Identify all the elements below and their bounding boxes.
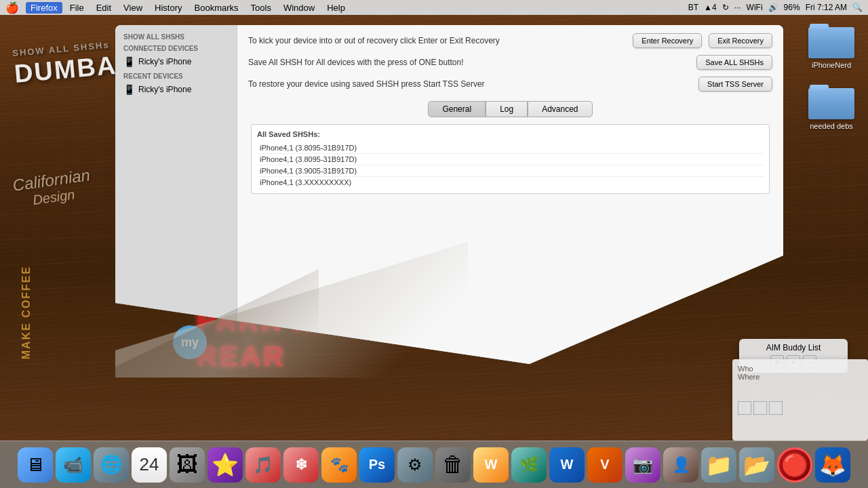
app-panel: SHOW ALL SHSHs CONNECTED DEVICES 📱 Ricky… xyxy=(115,25,783,378)
tab-general[interactable]: General xyxy=(428,101,486,117)
enter-recovery-button[interactable]: Enter Recovery xyxy=(633,33,702,48)
connected-devices-header: CONNECTED DEVICES xyxy=(115,42,237,54)
menubar-right: BT ▲4 ↻ ··· WiFi 🔊 96% Fri 7:12 AM 🔍 xyxy=(688,3,863,12)
dock-gimp[interactable]: 🐾 xyxy=(321,447,357,483)
menubar-window[interactable]: Window xyxy=(279,2,319,14)
dock-music[interactable]: 🎵 xyxy=(245,447,281,483)
wifi-indicator: ▲4 xyxy=(704,3,717,12)
dock-finder[interactable]: 🖥 xyxy=(18,447,53,483)
menubar-bookmarks[interactable]: Bookmarks xyxy=(190,2,243,14)
sidebar: SHOW ALL SHSHs CONNECTED DEVICES 📱 Ricky… xyxy=(115,25,237,364)
dock-vines[interactable]: 🌿 xyxy=(511,447,547,483)
menubar-help[interactable]: Help xyxy=(322,2,350,14)
shsh-item-3[interactable]: iPhone4,1 (3.XXXXXXXXX) xyxy=(257,177,764,188)
main-panel-content: SHOW ALL SHSHs CONNECTED DEVICES 📱 Ricky… xyxy=(115,25,783,364)
desktop-icon-label-2: needed debs xyxy=(810,122,853,130)
menubar-history[interactable]: History xyxy=(150,2,186,14)
desktop-icon-needed-debs[interactable]: needed debs xyxy=(808,83,854,130)
menubar-file[interactable]: File xyxy=(65,2,89,14)
dock-photos[interactable]: 📷 xyxy=(625,447,660,483)
bottom-line-1: Who xyxy=(738,365,863,373)
desktop-icon-iphonenerd[interactable]: iPhoneNerd xyxy=(808,22,854,69)
volume-icon: 🔊 xyxy=(768,3,778,12)
dock-accounts[interactable]: 👤 xyxy=(663,447,698,483)
menubar-view[interactable]: View xyxy=(119,2,147,14)
tab-advanced[interactable]: Advanced xyxy=(528,101,592,117)
dock-firefox[interactable]: 🦊 xyxy=(815,447,850,483)
dock-trash[interactable]: 🗑 xyxy=(435,447,471,483)
shsh-item-1[interactable]: iPhone4,1 (3.8095-31B917D) xyxy=(257,154,764,165)
sync-icon: ↻ xyxy=(722,3,729,12)
dock-photoshop[interactable]: Ps xyxy=(359,447,395,483)
bottom-btn-2[interactable] xyxy=(753,401,767,415)
desktop-icon-label: iPhoneNerd xyxy=(812,61,851,69)
bottom-btn-3[interactable] xyxy=(769,401,783,415)
iphone-icon-2: 📱 xyxy=(123,84,134,95)
show-all-shsh-link[interactable]: SHOW ALL SHSHs xyxy=(115,30,237,42)
make-coffee-text: MAKE COFFEE xyxy=(20,266,33,359)
tss-description: To restore your device using saved SHSH … xyxy=(248,79,692,89)
content-area: To kick your device into or out of recov… xyxy=(237,25,783,364)
shsh-list-title: All Saved SHSHs: xyxy=(257,130,764,138)
dock-folder2[interactable]: 📂 xyxy=(739,447,774,483)
dock-trash2[interactable]: 🔴 xyxy=(777,447,812,483)
sidebar-item-rickys-iphone-connected[interactable]: 📱 Ricky's iPhone xyxy=(115,54,237,70)
search-icon[interactable]: 🔍 xyxy=(852,3,863,12)
shsh-row: Save All SHSH for All devices with the p… xyxy=(248,55,772,70)
wifi-icon: WiFi xyxy=(747,3,763,12)
recent-devices-header: RECENT DEVICES xyxy=(115,70,237,81)
dock-pictures[interactable]: 🖼 xyxy=(170,447,205,483)
battery-indicator: 96% xyxy=(784,3,800,12)
tab-log[interactable]: Log xyxy=(486,101,528,117)
dock-facetime[interactable]: 📹 xyxy=(56,447,91,483)
bluetooth-indicator: BT xyxy=(688,3,698,12)
sidebar-item-rickys-iphone-recent[interactable]: 📱 Ricky's iPhone xyxy=(115,81,237,98)
dock-folder1[interactable]: 📁 xyxy=(701,447,736,483)
shsh-list-area: All Saved SHSHs: iPhone4,1 (3.8095-31B91… xyxy=(251,124,770,194)
bottom-line-2: Where xyxy=(738,373,863,381)
menubar-edit[interactable]: Edit xyxy=(92,2,116,14)
notification-icon: ··· xyxy=(734,3,741,12)
menubar: 🍎 Firefox File Edit View History Bookmar… xyxy=(0,0,868,15)
sidebar-device-label-2: Ricky's iPhone xyxy=(138,85,191,94)
dock-v[interactable]: V xyxy=(587,447,623,483)
dock-globe[interactable]: 🌐 xyxy=(94,447,129,483)
dock-w1[interactable]: W xyxy=(473,447,509,483)
menubar-tools[interactable]: Tools xyxy=(246,2,276,14)
bottom-btn-1[interactable] xyxy=(738,401,751,415)
start-tss-button[interactable]: Start TSS Server xyxy=(698,77,772,92)
dock-settings[interactable]: ⚙ xyxy=(397,447,433,483)
menubar-firefox[interactable]: Firefox xyxy=(26,2,62,14)
desktop-icons: iPhoneNerd needed debs xyxy=(808,22,854,130)
dock-star[interactable]: ⭐ xyxy=(208,447,243,483)
recovery-row: To kick your device into or out of recov… xyxy=(248,33,772,48)
sidebar-device-label: Ricky's iPhone xyxy=(138,57,191,66)
dock-calendar[interactable]: 24 xyxy=(132,447,167,483)
dock-redsn0w[interactable]: ❄ xyxy=(283,447,319,483)
tab-bar: General Log Advanced xyxy=(248,101,772,117)
shsh-item-0[interactable]: iPhone4,1 (3.8095-31B917D) xyxy=(257,142,764,154)
shsh-description: Save All SHSH for All devices with the p… xyxy=(248,58,690,67)
save-shsh-button[interactable]: Save ALL SHSHs xyxy=(696,55,772,70)
recovery-description: To kick your device into or out of recov… xyxy=(248,36,626,45)
bottom-partial-panel: Who Where xyxy=(732,359,868,441)
exit-recovery-button[interactable]: Exit Recovery xyxy=(709,33,772,48)
datetime: Fri 7:12 AM xyxy=(806,3,847,12)
californian-sticker: Californian Design xyxy=(12,165,94,210)
dock: 🖥 📹 🌐 24 🖼 ⭐ 🎵 ❄ 🐾 Ps ⚙ 🗑 W 🌿 W V 📷 👤 📁 … xyxy=(0,441,868,488)
dock-word[interactable]: W xyxy=(549,447,585,483)
iphone-icon: 📱 xyxy=(123,56,134,67)
tss-row: To restore your device using saved SHSH … xyxy=(248,77,772,92)
shsh-item-2[interactable]: iPhone4,1 (3.9005-31B917D) xyxy=(257,165,764,177)
desktop: SHOW ALL SHSHs DUMBASS Californian Desig… xyxy=(0,15,868,441)
apple-menu[interactable]: 🍎 xyxy=(5,1,19,14)
